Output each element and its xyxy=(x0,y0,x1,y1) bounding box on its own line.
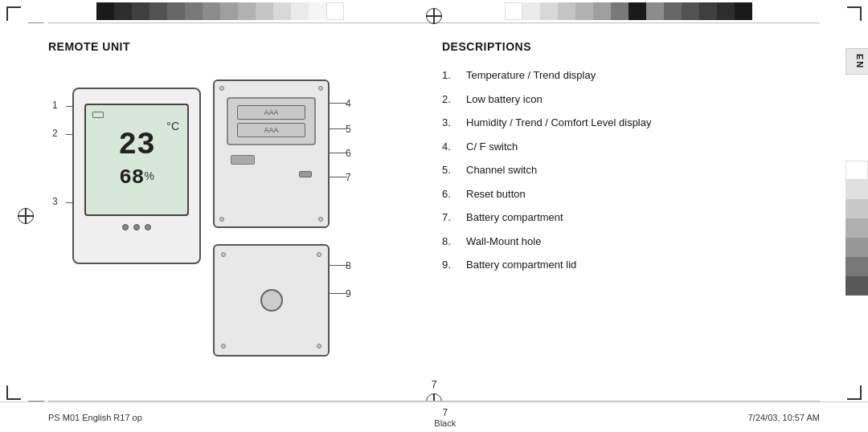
channel-switch-device xyxy=(231,155,255,165)
bottom-bar: PS M01 English R17 op 7 Black 7/24/03, 1… xyxy=(0,401,868,432)
list-item: 4. C/ F switch xyxy=(442,139,828,155)
battery-cell-2 xyxy=(237,123,305,137)
en-tab: EN xyxy=(845,48,868,75)
list-item: 8. Wall-Mount hole xyxy=(442,234,828,250)
item-num-9: 9. xyxy=(442,257,466,273)
footer-right: 7/24/03, 10:57 AM xyxy=(748,413,820,422)
corner-mark-bl xyxy=(6,385,21,400)
device-bottom-view xyxy=(213,244,330,357)
callout-6: 6 xyxy=(346,148,351,159)
list-item: 5. Channel switch xyxy=(442,162,828,178)
callout-line-1 xyxy=(66,106,74,107)
item-text-7: Battery compartment xyxy=(466,210,828,226)
item-num-8: 8. xyxy=(442,234,466,250)
callout-line-9 xyxy=(328,293,347,294)
callout-line-3 xyxy=(66,202,74,203)
item-text-9: Battery compartment lid xyxy=(466,257,828,273)
list-item: 2. Low battery icon xyxy=(442,92,828,108)
battery-cell-1 xyxy=(237,105,305,120)
footer-color-label: Black xyxy=(434,418,456,428)
item-text-3: Humidity / Trend / Comfort Level display xyxy=(466,115,828,131)
item-num-5: 5. xyxy=(442,162,466,178)
footer-left: PS M01 English R17 op xyxy=(48,413,142,422)
callout-8: 8 xyxy=(346,260,351,271)
descriptions-title: DESCRIPTIONS xyxy=(442,40,828,53)
wall-mount-hole-device xyxy=(260,289,283,312)
list-item: 9. Battery compartment lid xyxy=(442,257,828,273)
item-num-7: 7. xyxy=(442,210,466,226)
corner-mark-tr xyxy=(847,6,862,21)
callout-line-5 xyxy=(328,128,347,129)
item-text-8: Wall-Mount hole xyxy=(466,234,828,250)
callout-7: 7 xyxy=(346,172,351,183)
reset-button-device xyxy=(299,171,312,177)
remote-unit-title: REMOTE UNIT xyxy=(48,40,418,53)
callout-5: 5 xyxy=(346,124,351,135)
item-num-6: 6. xyxy=(442,186,466,202)
callout-3: 3 xyxy=(52,196,58,207)
callout-line-4 xyxy=(328,103,347,104)
callout-line-7 xyxy=(328,177,347,177)
callout-9: 9 xyxy=(346,288,351,300)
descriptions-list: 1. Temperature / Trend display 2. Low ba… xyxy=(442,67,828,273)
list-item: 3. Humidity / Trend / Comfort Level disp… xyxy=(442,115,828,131)
callout-1: 1 xyxy=(52,100,58,111)
unit-display: °C xyxy=(166,120,179,132)
main-content: REMOTE UNIT 1 2 3 °C 23 68 % xyxy=(48,40,828,384)
callout-line-8 xyxy=(328,265,347,266)
battery-slot xyxy=(227,97,316,145)
sidebar-swatches xyxy=(845,161,868,295)
device-buttons xyxy=(122,224,151,230)
list-item: 1. Temperature / Trend display xyxy=(442,67,828,84)
callout-2: 2 xyxy=(52,128,58,139)
callout-line-6 xyxy=(328,153,347,153)
footer-center: 7 xyxy=(442,407,448,418)
list-item: 6. Reset button xyxy=(442,186,828,202)
item-num-3: 3. xyxy=(442,115,466,131)
item-num-4: 4. xyxy=(442,139,466,155)
corner-mark-tl xyxy=(6,6,21,21)
device-front: °C 23 68 % xyxy=(72,88,201,264)
item-text-4: C/ F switch xyxy=(466,139,828,155)
item-text-2: Low battery icon xyxy=(466,92,828,108)
item-text-5: Channel switch xyxy=(466,162,828,178)
color-strip-right xyxy=(505,2,752,20)
temp-display: 23 xyxy=(118,130,155,161)
item-text-1: Temperature / Trend display xyxy=(466,67,828,84)
list-item: 7. Battery compartment xyxy=(442,210,828,226)
left-column: REMOTE UNIT 1 2 3 °C 23 68 % xyxy=(48,40,418,373)
diagram-area: 1 2 3 °C 23 68 % xyxy=(48,67,386,373)
line-mark-tl xyxy=(28,22,44,23)
item-text-6: Reset button xyxy=(466,186,828,202)
corner-mark-br xyxy=(847,385,862,400)
device-screen: °C 23 68 % xyxy=(84,104,189,216)
item-num-2: 2. xyxy=(442,92,466,108)
callout-4: 4 xyxy=(346,98,351,109)
humidity-display: 68 xyxy=(119,165,144,190)
color-strip-left xyxy=(96,2,344,20)
callout-line-2 xyxy=(66,134,74,135)
right-column: DESCRIPTIONS 1. Temperature / Trend disp… xyxy=(442,40,828,281)
page-number-center: 7 xyxy=(431,378,436,390)
item-num-1: 1. xyxy=(442,67,466,84)
device-back xyxy=(213,79,330,228)
humidity-unit: % xyxy=(144,169,154,182)
